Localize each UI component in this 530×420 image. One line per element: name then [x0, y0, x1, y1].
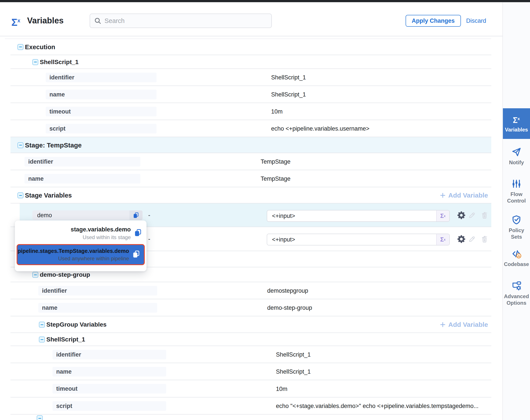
- field-value: demo-step-group: [267, 304, 312, 311]
- field-label-chip: name: [52, 367, 166, 376]
- add-variable-button[interactable]: Add Variable: [440, 192, 488, 199]
- settings-gear-icon[interactable]: [457, 211, 465, 219]
- copy-icon[interactable]: [130, 210, 143, 220]
- edit-pencil-icon[interactable]: [468, 211, 476, 219]
- collapse-minus-icon[interactable]: [17, 44, 23, 50]
- collapse-minus-icon[interactable]: [39, 337, 45, 343]
- delete-trash-icon[interactable]: [481, 211, 488, 219]
- sliders-icon: [511, 178, 521, 189]
- field-value: 10m: [276, 385, 288, 392]
- field-label-chip: identifier: [52, 350, 166, 360]
- field-row-script: script echo <+pipeline.variables.usernam…: [0, 120, 530, 137]
- sidebar-item-policy-sets[interactable]: Policy Sets: [503, 214, 530, 240]
- scope-option-stage[interactable]: stage.variables.demo Used within its sta…: [15, 222, 147, 244]
- field-row-identifier: identifier demostepgroup: [0, 282, 530, 299]
- field-row-name: name demo-step-group: [0, 299, 530, 316]
- variable-value-input[interactable]: <+input> Σx: [267, 210, 450, 222]
- tree-label: Execution: [25, 43, 55, 50]
- field-row-name: name ShellScript_1: [0, 363, 530, 380]
- field-label-chip: identifier: [38, 286, 157, 296]
- expression-path: pipeline.stages.TempStage.variables.demo: [18, 248, 129, 254]
- apply-changes-button[interactable]: Apply Changes: [406, 15, 461, 27]
- field-value: ShellScript_1: [276, 368, 311, 375]
- tree-label: ShellScript_1: [40, 59, 78, 66]
- field-label-chip: identifier: [25, 157, 140, 166]
- collapse-minus-icon[interactable]: [32, 272, 38, 278]
- variable-name-chip[interactable]: demo: [32, 210, 143, 220]
- settings-gear-icon[interactable]: [457, 235, 465, 243]
- partial-bottom-row: [0, 415, 530, 420]
- tree-row-execution: Execution: [0, 39, 530, 55]
- expression-scope: Used anywhere within pipeline: [58, 255, 129, 262]
- sidebar-item-codebase[interactable]: Codebase: [503, 248, 530, 268]
- sidebar-item-advanced-options[interactable]: Advanced Options: [503, 280, 530, 306]
- field-value: ShellScript_1: [271, 74, 306, 81]
- tree-label: Stage Variables: [25, 192, 72, 199]
- field-row-timeout: timeout 10m: [0, 103, 530, 120]
- expression-scope: Used within its stage: [83, 234, 131, 240]
- variable-value-input[interactable]: <+input> Σx: [267, 234, 450, 245]
- add-variable-button[interactable]: Add Variable: [440, 321, 488, 328]
- collapse-minus-icon[interactable]: [37, 415, 43, 420]
- right-icon-sidebar: Σx Variables Notify Flow Control Policy …: [502, 2, 530, 420]
- variables-panel-screen: Σx Variables Search Apply Changes Discar…: [0, 0, 530, 420]
- collapse-minus-icon[interactable]: [32, 59, 38, 65]
- delete-trash-icon[interactable]: [481, 235, 488, 243]
- field-label-chip: name: [46, 90, 157, 99]
- collapse-minus-icon[interactable]: [39, 322, 45, 328]
- field-value: ShellScript_1: [271, 91, 306, 98]
- page-title: Variables: [27, 15, 64, 26]
- field-row-identifier: identifier TempStage: [0, 153, 530, 170]
- field-value: 10m: [271, 108, 283, 115]
- discard-button[interactable]: Discard: [466, 15, 486, 27]
- tree-row-shellscript1-nested: ShellScript_1: [0, 333, 530, 346]
- tree-label: ShellScript_1: [46, 336, 85, 343]
- field-label-chip: script: [52, 401, 166, 411]
- expression-sigma-button[interactable]: Σx: [436, 210, 449, 221]
- paper-plane-icon: [511, 147, 522, 157]
- field-row-name: name ShellScript_1: [0, 86, 530, 103]
- tree-row-stage-tempstage: Stage: TempStage: [0, 137, 530, 153]
- copy-icon[interactable]: [134, 229, 142, 238]
- window-top-strip: [0, 0, 530, 2]
- copy-icon[interactable]: [132, 250, 140, 259]
- sidebar-item-variables[interactable]: Σx Variables: [503, 108, 530, 139]
- variable-scope-popup: stage.variables.demo Used within its sta…: [15, 221, 147, 271]
- panel-header: Σx Variables Search Apply Changes Discar…: [0, 2, 530, 36]
- tree-label: demo-step-group: [40, 271, 90, 278]
- collapse-minus-icon[interactable]: [17, 193, 23, 198]
- field-label-chip: timeout: [52, 384, 166, 393]
- edit-pencil-icon[interactable]: [468, 235, 476, 243]
- field-row-name: name TempStage: [0, 170, 530, 187]
- field-value: demostepgroup: [267, 287, 308, 294]
- sidebar-item-notify[interactable]: Notify: [503, 147, 530, 166]
- variable-name: demo: [32, 212, 130, 219]
- field-label-chip: timeout: [46, 107, 157, 116]
- field-row-identifier: identifier ShellScript_1: [0, 69, 530, 86]
- search-input[interactable]: Search: [90, 14, 272, 28]
- field-value: TempStage: [261, 175, 291, 182]
- field-row-timeout: timeout 10m: [0, 380, 530, 397]
- expression-sigma-button[interactable]: Σx: [436, 234, 449, 245]
- variable-type-dash: -: [148, 203, 150, 227]
- field-value: echo "<+stage.variables.demo>" echo <+pi…: [276, 403, 479, 409]
- field-row-script: script echo "<+stage.variables.demo>" ec…: [0, 397, 530, 415]
- variable-type-dash: -: [148, 227, 150, 251]
- collapse-minus-icon[interactable]: [17, 142, 23, 148]
- field-value: TempStage: [261, 158, 291, 165]
- field-value: ShellScript_1: [276, 351, 311, 358]
- field-value: echo <+pipeline.variables.username>: [271, 125, 369, 132]
- scope-option-pipeline-highlighted[interactable]: pipeline.stages.TempStage.variables.demo…: [17, 244, 145, 265]
- field-label-chip: name: [25, 174, 140, 183]
- field-label-chip: script: [46, 124, 157, 134]
- sidebar-item-flow-control[interactable]: Flow Control: [503, 178, 530, 204]
- tree-row-stage-variables: Stage Variables Add Variable: [0, 187, 530, 203]
- plus-icon: [440, 192, 446, 199]
- code-warning-icon: [511, 248, 522, 259]
- expression-path: stage.variables.demo: [71, 226, 131, 233]
- field-label-chip: identifier: [46, 73, 157, 82]
- variables-sigma-icon: Σx: [513, 114, 520, 125]
- field-label-chip: name: [38, 303, 157, 313]
- tree-label: Stage: TempStage: [25, 142, 82, 149]
- variables-sigma-logo-icon: Σx: [11, 15, 21, 29]
